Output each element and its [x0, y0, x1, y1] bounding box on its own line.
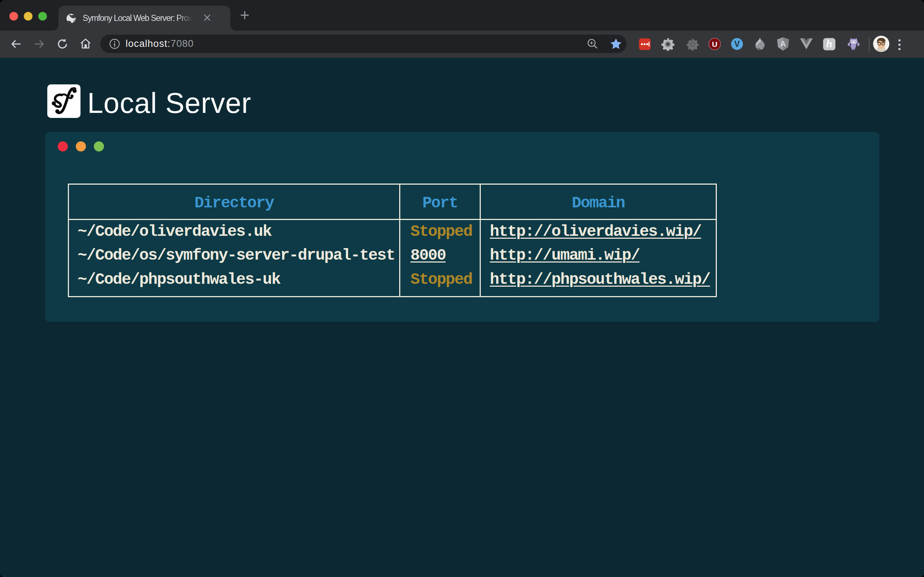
svg-text:U: U	[712, 40, 717, 48]
svg-text:V: V	[734, 39, 740, 49]
svg-text:h: h	[826, 38, 832, 49]
svg-text:A: A	[780, 39, 786, 48]
